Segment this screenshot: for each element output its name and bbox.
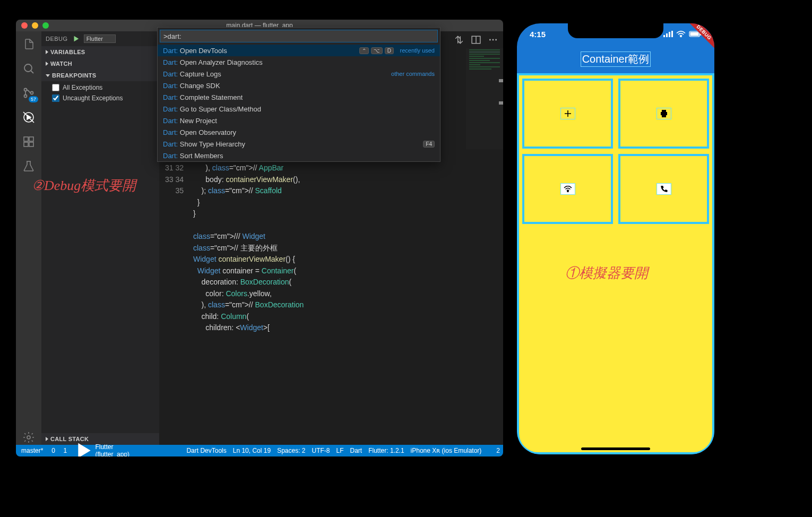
flutter-appbar: Container範例 xyxy=(517,45,714,73)
phone-screen[interactable]: DEBUG 4:15 Container範例 xyxy=(517,23,714,454)
signal-icon xyxy=(663,31,673,37)
palette-item[interactable]: Dart: Sort Members xyxy=(158,150,440,161)
vscode-window: main.dart — flutter_app 57 DEBUG Flutter… xyxy=(16,20,503,456)
command-palette: Dart: Open DevTools⌃⌥D recently usedDart… xyxy=(157,27,440,162)
appbar-title: Container範例 xyxy=(581,51,651,67)
editor: Dart: Open DevTools⌃⌥D recently usedDart… xyxy=(159,31,503,445)
status-problems[interactable]: 0 1 xyxy=(49,447,67,454)
more-icon[interactable] xyxy=(488,35,498,45)
svg-point-0 xyxy=(24,64,32,72)
split-editor-icon[interactable] xyxy=(471,35,481,45)
wifi-icon xyxy=(564,186,572,192)
beaker-icon[interactable] xyxy=(21,159,36,174)
sidebar-header: DEBUG Flutter xyxy=(41,31,159,46)
status-eol[interactable]: LF xyxy=(336,447,344,454)
card-print xyxy=(618,79,709,149)
svg-rect-9 xyxy=(29,142,33,147)
phone-icon xyxy=(660,185,668,193)
svg-point-1 xyxy=(24,89,27,91)
palette-item[interactable]: Dart: Open Analyzer Diagnostics xyxy=(158,56,440,68)
breakpoint-uncaught-exceptions[interactable]: Uncaught Exceptions xyxy=(52,93,159,104)
svg-rect-7 xyxy=(29,137,33,141)
card-add xyxy=(522,79,613,149)
svg-rect-22 xyxy=(666,33,668,37)
activity-bar: 57 xyxy=(16,31,41,445)
status-spaces[interactable]: Spaces: 2 xyxy=(277,447,305,454)
ios-time: 4:15 xyxy=(530,30,546,39)
card-phone xyxy=(618,154,709,224)
palette-item[interactable]: Dart: Go to Super Class/Method xyxy=(158,103,440,115)
settings-icon[interactable] xyxy=(21,430,36,445)
status-devtools[interactable]: Dart DevTools xyxy=(186,447,226,454)
start-debug-icon[interactable] xyxy=(72,35,80,42)
checkbox[interactable] xyxy=(52,94,59,102)
section-variables[interactable]: VARIABLES xyxy=(41,46,159,58)
svg-point-13 xyxy=(489,39,491,41)
palette-item[interactable]: Dart: Complete Statement xyxy=(158,91,440,103)
breakpoint-all-exceptions[interactable]: All Exceptions xyxy=(52,82,159,93)
svg-rect-24 xyxy=(671,31,673,37)
svg-rect-27 xyxy=(690,32,698,36)
palette-item[interactable]: Dart: Capture Logsother commands xyxy=(158,68,440,80)
svg-rect-21 xyxy=(663,35,665,37)
debug-sidebar: DEBUG Flutter VARIABLES WATCH BREAKPOINT… xyxy=(41,31,159,445)
palette-input[interactable] xyxy=(160,30,438,42)
extensions-icon[interactable] xyxy=(21,134,36,149)
svg-point-3 xyxy=(31,92,33,94)
iphone-simulator: DEBUG 4:15 Container範例 xyxy=(509,16,722,462)
palette-item[interactable]: Dart: Change SDK xyxy=(158,80,440,91)
wifi-icon xyxy=(676,31,686,37)
flutter-body xyxy=(517,73,714,454)
debug-config-select[interactable]: Flutter xyxy=(84,35,116,43)
status-bar: master* 0 1 Flutter (flutter_app) Dart D… xyxy=(16,445,503,456)
scm-badge: 57 xyxy=(29,96,38,102)
status-encoding[interactable]: UTF-8 xyxy=(312,447,330,454)
checkbox[interactable] xyxy=(52,84,59,91)
debug-icon[interactable] xyxy=(21,110,36,125)
palette-item[interactable]: Dart: Open Observatory xyxy=(158,126,440,138)
svg-rect-6 xyxy=(24,137,28,141)
notch xyxy=(568,23,663,38)
search-icon[interactable] xyxy=(21,61,36,76)
svg-point-25 xyxy=(680,36,681,37)
svg-point-29 xyxy=(567,191,568,192)
card-wifi xyxy=(522,154,613,224)
sidebar-title: DEBUG xyxy=(46,36,68,42)
section-watch[interactable]: WATCH xyxy=(41,58,159,70)
status-lang[interactable]: Dart xyxy=(350,447,362,454)
svg-rect-8 xyxy=(24,142,28,147)
status-device[interactable]: iPhone Xʀ (ios Emulator) xyxy=(411,447,482,454)
plus-icon xyxy=(564,109,572,118)
status-branch[interactable]: master* xyxy=(19,447,43,454)
status-launch[interactable]: Flutter (flutter_app) xyxy=(73,441,129,456)
svg-point-2 xyxy=(24,95,27,98)
explorer-icon[interactable] xyxy=(21,37,36,51)
overview-ruler[interactable] xyxy=(497,48,503,445)
palette-item[interactable]: Dart: Show Type HierarchyF4 xyxy=(158,138,440,150)
home-indicator[interactable] xyxy=(581,447,650,450)
svg-point-14 xyxy=(493,39,494,41)
svg-line-5 xyxy=(23,112,34,123)
svg-point-15 xyxy=(495,39,497,41)
compare-icon[interactable] xyxy=(454,35,464,45)
svg-rect-23 xyxy=(669,32,670,37)
status-cursor[interactable]: Ln 10, Col 19 xyxy=(233,447,271,454)
palette-item[interactable]: Dart: Open DevTools⌃⌥D recently used xyxy=(158,45,440,56)
palette-item[interactable]: Dart: New Project xyxy=(158,115,440,126)
printer-icon xyxy=(660,109,668,118)
svg-point-10 xyxy=(27,436,30,439)
section-breakpoints[interactable]: BREAKPOINTS xyxy=(41,70,159,81)
status-flutter[interactable]: Flutter: 1.2.1 xyxy=(368,447,404,454)
status-bell[interactable]: 2 xyxy=(494,447,500,454)
source-control-icon[interactable]: 57 xyxy=(21,85,36,100)
